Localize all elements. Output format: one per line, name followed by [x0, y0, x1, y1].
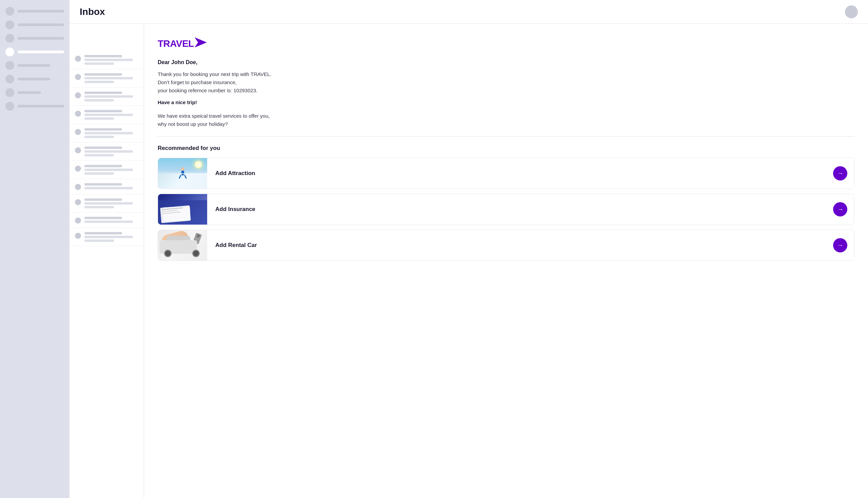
sidebar-dot-2	[5, 21, 14, 29]
car-image	[158, 230, 207, 261]
email-line	[84, 136, 114, 138]
email-line	[84, 77, 133, 79]
email-line	[84, 206, 114, 208]
list-item[interactable]	[69, 143, 144, 161]
main-wrapper: Inbox	[69, 0, 868, 498]
email-content-lines	[84, 92, 138, 102]
sidebar-item-1[interactable]	[5, 7, 64, 16]
email-line	[84, 92, 122, 94]
email-dot	[75, 110, 81, 117]
sidebar-item-4-active[interactable]	[5, 48, 64, 56]
email-dot	[75, 166, 81, 172]
sidebar-item-7[interactable]	[5, 88, 64, 97]
sidebar-item-6[interactable]	[5, 75, 64, 83]
email-body-block1: Thank you for booking your next trip wit…	[158, 70, 854, 95]
email-content-lines	[84, 55, 138, 65]
email-dot	[75, 184, 81, 190]
ski-scene	[158, 158, 207, 188]
svg-rect-2	[182, 171, 184, 175]
email-line	[84, 202, 133, 205]
email-body-line2: Don't forget to purchase insurance,	[158, 79, 237, 85]
email-content-lines	[84, 128, 138, 138]
insurance-arrow-button[interactable]: →	[833, 202, 847, 217]
insurance-label: Add Insurance	[207, 206, 833, 213]
sidebar-line	[18, 23, 64, 26]
svg-marker-0	[195, 37, 207, 48]
email-line	[84, 172, 114, 175]
email-dot	[75, 199, 81, 205]
list-item[interactable]	[69, 179, 144, 194]
list-item[interactable]	[69, 88, 144, 106]
brand-logo: TRAVEL	[158, 37, 854, 50]
list-item[interactable]	[69, 69, 144, 88]
add-insurance-card[interactable]: Add Insurance →	[158, 194, 854, 225]
add-attraction-card[interactable]: Add Attraction →	[158, 158, 854, 189]
brand-name: TRAVEL	[158, 38, 194, 49]
car-scene	[158, 230, 207, 261]
email-dot	[75, 74, 81, 80]
list-item[interactable]	[69, 228, 144, 246]
recommendations-title: Recommended for you	[158, 145, 854, 152]
email-line	[84, 217, 122, 219]
svg-point-1	[181, 167, 185, 171]
email-line	[84, 62, 114, 65]
list-item[interactable]	[69, 106, 144, 124]
email-line	[84, 239, 114, 242]
email-extra-block: We have extra speical travel services to…	[158, 112, 854, 128]
list-item[interactable]	[69, 213, 144, 228]
sidebar-line	[18, 91, 41, 94]
email-dot	[75, 92, 81, 99]
car-wheel2	[192, 250, 200, 257]
sidebar-item-3[interactable]	[5, 34, 64, 43]
email-body-line3: your booking refernce number is: 1029302…	[158, 88, 257, 93]
email-line	[84, 232, 122, 234]
email-content-lines	[84, 165, 138, 175]
list-item[interactable]	[69, 124, 144, 143]
sidebar-line	[18, 78, 50, 80]
ski-sun	[195, 161, 202, 168]
list-item[interactable]	[69, 161, 144, 179]
ski-person-svg	[179, 167, 187, 180]
attraction-arrow-button[interactable]: →	[833, 166, 847, 181]
email-line	[84, 187, 133, 189]
arrow-right-icon: →	[837, 242, 843, 249]
list-item[interactable]	[69, 194, 144, 213]
sidebar-dot-7	[5, 88, 14, 97]
email-content-lines	[84, 232, 138, 242]
email-content-lines	[84, 217, 138, 223]
email-line	[84, 81, 114, 83]
sidebar-line-active	[18, 51, 64, 53]
svg-line-4	[185, 175, 186, 178]
sidebar-item-2[interactable]	[5, 21, 64, 29]
rental-car-label: Add Rental Car	[207, 242, 833, 249]
attraction-label: Add Attraction	[207, 170, 833, 177]
add-rental-car-card[interactable]: Add Rental Car →	[158, 230, 854, 261]
list-item[interactable]	[69, 51, 144, 69]
email-line	[84, 117, 114, 120]
email-content-lines	[84, 198, 138, 208]
sidebar-item-5[interactable]	[5, 61, 64, 70]
email-dot	[75, 147, 81, 153]
email-line	[84, 132, 133, 134]
email-list-panel	[69, 24, 144, 498]
attraction-image	[158, 158, 207, 188]
sidebar-line	[18, 10, 64, 13]
email-line	[84, 95, 133, 98]
arrow-right-icon: →	[837, 170, 843, 177]
avatar[interactable]	[845, 5, 858, 18]
sidebar-dot-5	[5, 61, 14, 70]
email-detail-pane: TRAVEL Dear John Doe, Thank you for book…	[144, 24, 868, 498]
email-line	[84, 128, 122, 131]
car-wheel1	[164, 250, 172, 257]
sidebar-lines-5	[18, 64, 64, 67]
rental-car-arrow-button[interactable]: →	[833, 238, 847, 252]
email-line	[84, 154, 114, 156]
sidebar-item-8[interactable]	[5, 102, 64, 110]
email-extra-line2: why not boost up your holiday?	[158, 121, 228, 127]
email-extra-line1: We have extra speical travel services to…	[158, 113, 269, 119]
sidebar-dot-6	[5, 75, 14, 83]
email-line	[84, 55, 122, 57]
svg-line-3	[179, 175, 181, 178]
insurance-doc-1	[160, 205, 191, 223]
sidebar-line	[18, 37, 64, 40]
